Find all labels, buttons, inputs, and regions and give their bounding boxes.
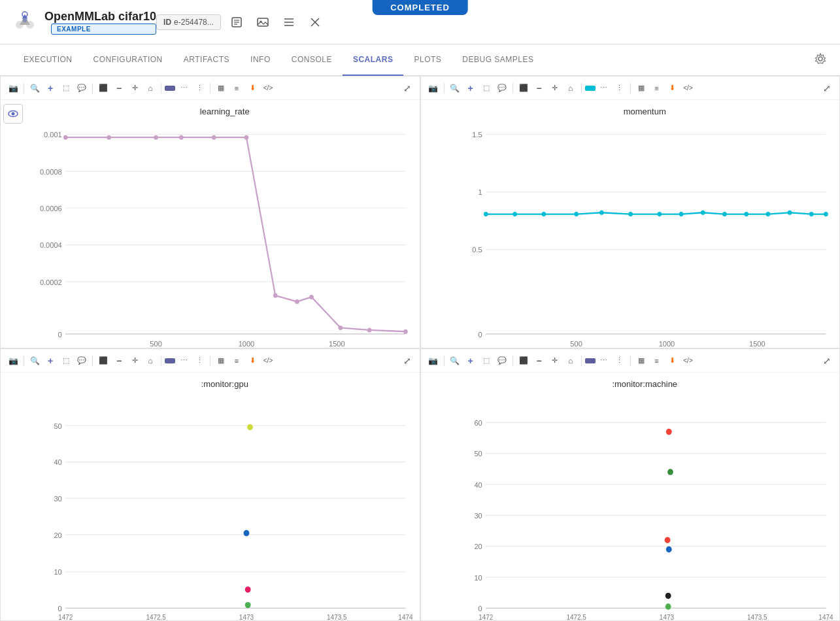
zoom-in-btn-gpu[interactable]: 🔍 <box>27 354 42 368</box>
svg-point-68 <box>722 212 727 216</box>
barchart-btn-mom[interactable]: ▦ <box>634 81 648 95</box>
dashes-btn-lr[interactable]: ⋯ <box>176 81 191 95</box>
expand-btn-lr[interactable]: ⤢ <box>400 81 414 95</box>
menu-icon-btn[interactable] <box>278 12 299 33</box>
dots-btn-machine[interactable]: ⋮ <box>613 354 627 368</box>
barchart-btn-lr[interactable]: ▦ <box>214 81 228 95</box>
dashes-btn-mom[interactable]: ⋯ <box>597 81 611 95</box>
crosshair-btn-lr[interactable]: ✛ <box>127 81 142 95</box>
camera-btn-machine[interactable]: 📷 <box>426 354 441 368</box>
plus-btn-machine[interactable]: + <box>463 354 478 368</box>
expand-btn-gpu[interactable]: ⤢ <box>400 354 414 368</box>
speech-btn-mom[interactable]: 💬 <box>495 81 509 95</box>
dashes-btn-gpu[interactable]: ⋯ <box>176 354 191 368</box>
download-btn-mom[interactable]: ⬇ <box>665 81 680 95</box>
expand-btn-mom[interactable]: ⤢ <box>820 81 834 95</box>
image-icon-btn[interactable] <box>252 12 273 33</box>
minus-btn-mom[interactable]: − <box>532 81 546 95</box>
svg-point-72 <box>809 212 813 216</box>
download-btn-lr[interactable]: ⬇ <box>245 81 260 95</box>
tab-plots[interactable]: PLOTS <box>403 44 452 76</box>
lasso-btn-lr[interactable]: ⬚ <box>59 81 73 95</box>
dots-btn-mom[interactable]: ⋮ <box>613 81 627 95</box>
list-btn-mom[interactable]: ≡ <box>650 81 664 95</box>
crosshair-btn-mom[interactable]: ✛ <box>548 81 562 95</box>
sep1 <box>24 83 24 93</box>
minus-btn-gpu[interactable]: − <box>112 354 126 368</box>
tab-artifacts[interactable]: ARTIFACTS <box>173 44 240 76</box>
settings-icon-btn[interactable] <box>814 52 827 68</box>
camera-btn-gpu[interactable]: 📷 <box>6 354 20 368</box>
crosshair-btn-gpu[interactable]: ✛ <box>127 354 142 368</box>
svg-point-42 <box>309 295 314 299</box>
tab-debug-samples[interactable]: DEBUG SAMPLES <box>452 44 544 76</box>
zoom-in-btn-lr[interactable]: 🔍 <box>27 81 42 95</box>
tab-execution[interactable]: EXECUTION <box>13 44 83 76</box>
svg-point-62 <box>574 212 579 216</box>
svg-point-64 <box>628 212 633 216</box>
camera-btn-lr[interactable]: 📷 <box>6 81 20 95</box>
minus-btn-lr[interactable]: − <box>112 81 126 95</box>
svg-point-67 <box>700 210 705 215</box>
chart-toolbar-mom: 📷 🔍 + ⬚ 💬 ⬛ − ✛ ⌂ ⋯ ⋮ ▦ ≡ ⬇ </> ⤢ <box>421 76 840 100</box>
line-btn-lr[interactable] <box>165 86 175 91</box>
close-icon-btn[interactable] <box>305 12 326 33</box>
svg-point-121 <box>665 546 671 552</box>
sep2 <box>92 83 93 93</box>
zoom-rect-btn-machine[interactable]: ⬛ <box>516 354 531 368</box>
code-btn-mom[interactable]: </> <box>681 81 696 95</box>
chart-panel-momentum: 📷 🔍 + ⬚ 💬 ⬛ − ✛ ⌂ ⋯ ⋮ ▦ ≡ ⬇ </> ⤢ moment… <box>420 76 841 348</box>
svg-text:1000: 1000 <box>239 339 255 347</box>
crosshair-btn-machine[interactable]: ✛ <box>548 354 562 368</box>
code-btn-gpu[interactable]: </> <box>261 354 275 368</box>
svg-point-118 <box>665 429 671 435</box>
line-btn-gpu[interactable] <box>165 358 175 363</box>
barchart-btn-machine[interactable]: ▦ <box>634 354 648 368</box>
line-btn-mom[interactable] <box>585 86 596 91</box>
home-btn-mom[interactable]: ⌂ <box>563 81 578 95</box>
download-btn-gpu[interactable]: ⬇ <box>245 354 260 368</box>
speech-btn-machine[interactable]: 💬 <box>495 354 509 368</box>
zoom-rect-btn-gpu[interactable]: ⬛ <box>96 354 110 368</box>
dashes-btn-machine[interactable]: ⋯ <box>597 354 611 368</box>
expand-btn-machine[interactable]: ⤢ <box>820 354 834 368</box>
speech-btn-lr[interactable]: 💬 <box>75 81 89 95</box>
barchart-btn-gpu[interactable]: ▦ <box>214 354 228 368</box>
svg-text:0: 0 <box>478 605 482 613</box>
home-btn-lr[interactable]: ⌂ <box>143 81 158 95</box>
zoom-in-btn-mom[interactable]: 🔍 <box>448 81 462 95</box>
svg-point-14 <box>818 57 822 61</box>
camera-btn-mom[interactable]: 📷 <box>426 81 441 95</box>
dots-btn-lr[interactable]: ⋮ <box>192 81 207 95</box>
dots-btn-gpu[interactable]: ⋮ <box>192 354 207 368</box>
home-btn-machine[interactable]: ⌂ <box>563 354 578 368</box>
task-icon-btn[interactable] <box>226 12 247 33</box>
plus-btn-lr[interactable]: + <box>43 81 58 95</box>
zoom-rect-btn-mom[interactable]: ⬛ <box>516 81 531 95</box>
lasso-btn-mom[interactable]: ⬚ <box>479 81 494 95</box>
tab-scalars[interactable]: SCALARS <box>343 44 404 76</box>
eye-toggle-btn[interactable] <box>3 104 23 124</box>
svg-point-34 <box>63 135 68 140</box>
list-btn-machine[interactable]: ≡ <box>650 354 664 368</box>
zoom-in-btn-machine[interactable]: 🔍 <box>448 354 462 368</box>
lasso-btn-gpu[interactable]: ⬚ <box>59 354 73 368</box>
plus-btn-mom[interactable]: + <box>463 81 478 95</box>
zoom-rect-btn-lr[interactable]: ⬛ <box>96 81 110 95</box>
lasso-btn-machine[interactable]: ⬚ <box>479 354 494 368</box>
home-btn-gpu[interactable]: ⌂ <box>143 354 158 368</box>
chart-area-gpu: :monitor:gpu 50 40 30 20 10 <box>1 373 420 621</box>
tab-configuration[interactable]: CONFIGURATION <box>83 44 173 76</box>
list-btn-lr[interactable]: ≡ <box>229 81 244 95</box>
list-btn-gpu[interactable]: ≡ <box>229 354 244 368</box>
download-btn-machine[interactable]: ⬇ <box>665 354 680 368</box>
code-btn-lr[interactable]: </> <box>261 81 275 95</box>
speech-btn-gpu[interactable]: 💬 <box>75 354 89 368</box>
code-btn-machine[interactable]: </> <box>681 354 696 368</box>
line-btn-machine[interactable] <box>585 358 596 363</box>
tab-console[interactable]: CONSOLE <box>281 44 343 76</box>
minus-btn-machine[interactable]: − <box>532 354 546 368</box>
tab-info[interactable]: INFO <box>240 44 281 76</box>
plus-btn-gpu[interactable]: + <box>43 354 58 368</box>
svg-point-66 <box>679 212 683 216</box>
